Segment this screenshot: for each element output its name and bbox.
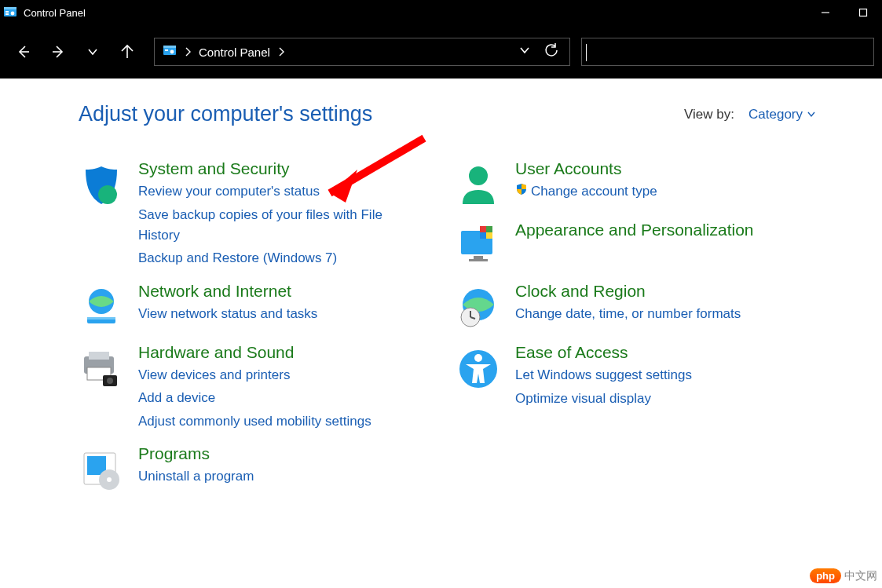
- forward-button[interactable]: [42, 36, 74, 68]
- user-icon: [456, 163, 501, 208]
- svg-point-27: [469, 166, 488, 185]
- category-link[interactable]: View devices and printers: [138, 365, 371, 385]
- breadcrumb-icon: [163, 44, 177, 60]
- svg-rect-19: [89, 352, 109, 360]
- recent-locations-button[interactable]: [77, 36, 108, 68]
- category-title[interactable]: Network and Internet: [138, 280, 317, 301]
- category-title[interactable]: Appearance and Personalization: [515, 219, 754, 240]
- category-columns: System and Security Review your computer…: [79, 158, 827, 493]
- category-user-accounts: User Accounts Change account type: [456, 158, 833, 208]
- column-left: System and Security Review your computer…: [79, 158, 456, 493]
- chevron-down-icon: [807, 111, 815, 118]
- view-by-dropdown[interactable]: Category: [748, 107, 815, 122]
- view-by-control: View by: Category: [684, 107, 815, 122]
- title-left: Control Panel: [3, 5, 86, 20]
- svg-point-14: [98, 185, 117, 204]
- watermark: php 中文网: [810, 568, 877, 583]
- category-link[interactable]: Save backup copies of your files with Fi…: [138, 205, 405, 247]
- maximize-button[interactable]: [844, 0, 882, 25]
- watermark-text: 中文网: [844, 569, 877, 583]
- category-hardware-sound: Hardware and Sound View devices and prin…: [79, 341, 456, 432]
- svg-rect-32: [486, 226, 492, 232]
- category-link[interactable]: Add a device: [138, 388, 371, 408]
- svg-rect-2: [5, 11, 9, 13]
- svg-point-26: [107, 477, 112, 482]
- category-programs: Programs Uninstall a program: [79, 443, 456, 493]
- category-link[interactable]: Change account type: [515, 181, 657, 202]
- view-by-label: View by:: [684, 107, 734, 122]
- refresh-icon[interactable]: [544, 43, 558, 60]
- category-link-text: Change account type: [531, 184, 657, 199]
- category-title[interactable]: Ease of Access: [515, 341, 692, 363]
- content-area: Adjust your computer's settings View by:…: [0, 79, 882, 493]
- category-appearance: Appearance and Personalization: [456, 219, 833, 269]
- category-link[interactable]: Let Windows suggest settings: [515, 365, 692, 385]
- category-clock-region: Clock and Region Change date, time, or n…: [456, 280, 833, 331]
- svg-rect-11: [163, 46, 176, 48]
- svg-point-22: [107, 378, 113, 384]
- address-bar[interactable]: Control Panel: [154, 38, 570, 66]
- accessibility-icon: [456, 346, 501, 392]
- category-link[interactable]: Change date, time, or number formats: [515, 304, 741, 324]
- svg-rect-29: [474, 256, 483, 259]
- column-right: User Accounts Change account type Appear…: [456, 158, 833, 493]
- breadcrumb-item[interactable]: Control Panel: [199, 46, 270, 59]
- category-link[interactable]: Backup and Restore (Windows 7): [138, 248, 405, 268]
- breadcrumb: Control Panel: [155, 44, 508, 60]
- category-title[interactable]: User Accounts: [515, 158, 657, 179]
- globe-clock-icon: [456, 285, 501, 331]
- breadcrumb-separator-icon: [278, 46, 284, 59]
- address-bar-controls: [508, 43, 569, 60]
- uac-shield-icon: [515, 181, 528, 202]
- category-network-internet: Network and Internet View network status…: [79, 280, 456, 331]
- svg-point-13: [170, 49, 174, 53]
- up-button[interactable]: [112, 36, 143, 68]
- window-title: Control Panel: [24, 7, 86, 19]
- programs-disc-icon: [79, 447, 124, 493]
- svg-point-40: [474, 354, 482, 362]
- view-by-value: Category: [748, 107, 803, 122]
- printer-camera-icon: [79, 346, 124, 392]
- category-link[interactable]: Optimize visual display: [515, 389, 692, 409]
- svg-rect-12: [165, 49, 168, 51]
- svg-rect-1: [4, 7, 16, 9]
- category-link[interactable]: Adjust commonly used mobility settings: [138, 411, 371, 432]
- category-link[interactable]: View network status and tasks: [138, 304, 317, 324]
- category-link[interactable]: Review your computer's status: [138, 181, 405, 202]
- svg-rect-31: [480, 226, 486, 232]
- control-panel-icon: [3, 5, 17, 20]
- svg-rect-3: [5, 13, 9, 15]
- category-ease-of-access: Ease of Access Let Windows suggest setti…: [456, 341, 833, 409]
- svg-rect-30: [469, 259, 488, 261]
- search-input[interactable]: [581, 38, 874, 66]
- text-cursor: [586, 44, 587, 61]
- svg-rect-6: [860, 9, 867, 16]
- category-title[interactable]: Programs: [138, 443, 254, 464]
- watermark-brand: php: [810, 568, 841, 583]
- minimize-button[interactable]: [807, 0, 844, 25]
- monitor-icon: [456, 224, 501, 269]
- page-title: Adjust your computer's settings: [79, 102, 372, 126]
- svg-rect-34: [486, 232, 492, 239]
- svg-point-4: [11, 12, 15, 16]
- svg-rect-17: [87, 317, 115, 320]
- back-button[interactable]: [8, 36, 39, 68]
- category-title[interactable]: Clock and Region: [515, 280, 741, 301]
- category-system-security: System and Security Review your computer…: [79, 158, 456, 269]
- shield-icon: [79, 163, 124, 208]
- history-dropdown-icon[interactable]: [519, 45, 530, 59]
- nav-bar: Control Panel: [0, 25, 882, 79]
- title-bar: Control Panel: [0, 0, 882, 25]
- category-link[interactable]: Uninstall a program: [138, 466, 254, 487]
- svg-rect-33: [480, 232, 486, 239]
- category-title[interactable]: System and Security: [138, 158, 405, 179]
- breadcrumb-separator-icon: [185, 46, 191, 59]
- globe-network-icon: [79, 285, 124, 331]
- category-title[interactable]: Hardware and Sound: [138, 341, 371, 363]
- content-header: Adjust your computer's settings View by:…: [79, 102, 827, 126]
- window-controls: [807, 0, 882, 25]
